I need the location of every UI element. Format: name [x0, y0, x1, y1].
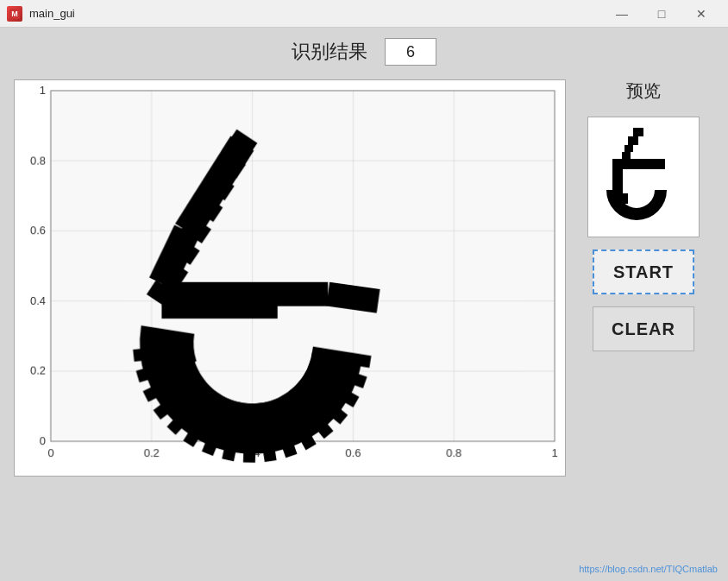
result-value-box: 6	[385, 38, 436, 66]
main-content: 预览 START CLEAR	[0, 71, 728, 555]
svg-text:M: M	[11, 9, 18, 18]
result-header: 识别结果 6	[0, 28, 728, 71]
plot-area[interactable]	[14, 79, 566, 477]
preview-box	[587, 117, 700, 237]
result-label: 识别结果	[292, 39, 367, 65]
right-panel: 预览 START CLEAR	[574, 79, 712, 546]
maximize-button[interactable]: □	[642, 0, 681, 28]
minimize-button[interactable]: —	[602, 0, 642, 28]
watermark: https://blog.csdn.net/TIQCmatlab	[579, 564, 718, 574]
preview-canvas	[592, 121, 695, 233]
title-bar: M main_gui — □ ✕	[0, 0, 728, 28]
result-value: 6	[406, 43, 415, 61]
app-icon: M	[7, 6, 22, 22]
drawing-canvas[interactable]	[15, 80, 565, 476]
window-controls: — □ ✕	[602, 0, 721, 28]
app-window: M main_gui — □ ✕ 识别结果 6 预览 START CLEAR	[0, 0, 728, 555]
start-button[interactable]: START	[593, 249, 694, 294]
close-button[interactable]: ✕	[681, 0, 721, 28]
preview-label: 预览	[626, 79, 661, 103]
clear-button[interactable]: CLEAR	[593, 306, 694, 351]
window-title: main_gui	[29, 7, 595, 20]
